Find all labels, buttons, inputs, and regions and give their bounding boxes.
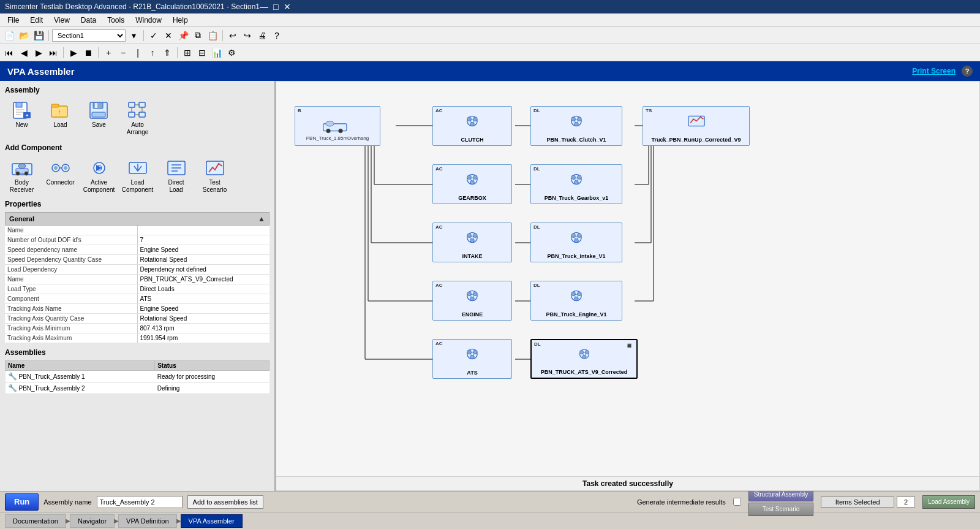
load-assembly-btn[interactable]: Load Assembly — [922, 495, 975, 509]
dropdown-btn[interactable]: ▾ — [127, 29, 140, 42]
copy-btn[interactable]: ⧉ — [191, 29, 205, 42]
menu-window[interactable]: Window — [130, 15, 167, 26]
node-DL5-label: DL — [534, 341, 541, 347]
nav-tab-vpa-definition[interactable]: VPA Definition — [118, 514, 177, 528]
prop-name2-value: PBN_TRUCK_ATS_V9_Corrected — [137, 275, 270, 284]
nav-tab-documentation-label: Documentation — [13, 517, 58, 525]
node-AC-CLUTCH[interactable]: AC CLUTCH — [432, 106, 512, 146]
properties-general-header[interactable]: General ▲ — [5, 212, 270, 226]
menu-data[interactable]: Data — [76, 15, 101, 26]
nav-tab-vpa-assembler[interactable]: VPA Assembler — [181, 514, 243, 528]
print-btn[interactable]: 🖨 — [255, 29, 269, 42]
t2-cursor2-btn[interactable]: ⇑ — [160, 46, 174, 59]
help-btn[interactable]: ? — [270, 29, 284, 42]
add-to-list-button[interactable]: Add to assemblies list — [187, 495, 263, 509]
prop-component-value: ATS — [137, 294, 270, 304]
prop-load-dep-value: Dependency not defined — [137, 265, 270, 275]
help-icon[interactable]: ? — [962, 66, 973, 77]
t2-pipe-btn[interactable]: | — [131, 46, 145, 59]
node-AC-ENGINE[interactable]: AC ENGINE — [432, 281, 512, 321]
node-B[interactable]: B PBN_Truck_1.85mOverhang — [295, 106, 380, 146]
menu-view[interactable]: View — [49, 15, 75, 26]
close-btn[interactable]: ✕ — [284, 2, 291, 12]
properties-collapse-btn[interactable]: ▲ — [258, 215, 265, 223]
svg-text:↑: ↑ — [58, 108, 61, 115]
t2-chart-btn[interactable]: 📊 — [210, 46, 224, 59]
canvas-area[interactable]: B PBN_Truck_1.85mOverhang AC CLUTCH — [276, 81, 980, 491]
properties-table: Name Number of Output DOF id's 7 Speed d… — [5, 226, 270, 343]
menubar: File Edit View Data Tools Window Help — [0, 13, 980, 27]
new-button[interactable]: + New — [5, 98, 39, 137]
node-DL4[interactable]: DL PBN_Truck_Engine_V1 — [530, 281, 622, 321]
assembly-name-input[interactable] — [97, 496, 183, 508]
t2-cursor-btn[interactable]: ↑ — [146, 46, 159, 59]
open-btn[interactable]: 📂 — [17, 29, 31, 42]
body-receiver-button[interactable]: Body Receiver — [5, 156, 39, 195]
assembly-row-2[interactable]: 🔧PBN_Truck_Assembly 2 Defining — [6, 382, 270, 394]
t2-btn1[interactable]: ⏮ — [2, 46, 16, 59]
x-btn[interactable]: ✕ — [162, 29, 175, 42]
t2-settings-btn[interactable]: ⚙ — [225, 46, 238, 59]
new-icon: + — [10, 99, 34, 121]
assembly-row-1[interactable]: 🔧PBN_Truck_Assembly 1 Ready for processi… — [6, 371, 270, 382]
t2-plus-btn[interactable]: + — [102, 46, 115, 59]
node-DL1[interactable]: DL PBN_Truck_Clutch_V1 — [530, 106, 622, 146]
node-DL5-indicator: ◾ — [625, 341, 634, 350]
test-scenario-run-btn[interactable]: Test Scenario — [748, 503, 813, 516]
run-button[interactable]: Run — [5, 493, 39, 511]
menu-help[interactable]: Help — [168, 15, 193, 26]
node-DL3-label: DL — [533, 224, 540, 230]
t2-grid-btn[interactable]: ⊞ — [181, 46, 194, 59]
active-component-button[interactable]: Active Component — [82, 156, 116, 195]
pin-btn[interactable]: 📌 — [176, 29, 190, 42]
t2-table-btn[interactable]: ⊟ — [195, 46, 209, 59]
prop-component-label: Component — [5, 294, 137, 304]
node-AC-INTAKE[interactable]: AC INTAKE — [432, 223, 512, 262]
auto-arrange-button[interactable]: Auto Arrange — [121, 98, 154, 137]
svg-point-112 — [575, 294, 578, 297]
nav-tab-navigator[interactable]: Navigator — [70, 514, 115, 528]
save-assembly-button[interactable]: Save — [82, 98, 116, 137]
t2-minus-btn[interactable]: − — [116, 46, 130, 59]
connections-svg — [276, 82, 979, 490]
node-DL2[interactable]: DL PBN_Truck_Gearbox_v1 — [530, 164, 622, 204]
save-btn[interactable]: 💾 — [32, 29, 45, 42]
prop-row-speed-qty: Speed Dependency Quantity Case Rotationa… — [5, 255, 270, 265]
test-scenario-button[interactable]: Test Scenario — [198, 156, 232, 195]
t2-btn2[interactable]: ◀ — [17, 46, 31, 59]
prop-row-track-max: Tracking Axis Maximum 1991.954 rpm — [5, 333, 270, 343]
generate-checkbox[interactable] — [733, 498, 741, 506]
prop-row-name: Name — [5, 226, 270, 235]
prop-row-track-qty: Tracking Axis Quantity Case Rotational S… — [5, 314, 270, 324]
prop-dof-label: Number of Output DOF id's — [5, 235, 137, 245]
t2-stop-btn[interactable]: ⏹ — [81, 46, 95, 59]
load-button[interactable]: ↑ Load — [43, 98, 77, 137]
undo-btn[interactable]: ↩ — [226, 29, 239, 42]
redo-btn[interactable]: ↪ — [241, 29, 254, 42]
titlebar-controls[interactable]: — □ ✕ — [260, 2, 290, 12]
menu-edit[interactable]: Edit — [25, 15, 48, 26]
t2-btn4[interactable]: ⏭ — [47, 46, 60, 59]
section-selector[interactable]: Section1 — [52, 29, 126, 42]
toolbar2: ⏮ ◀ ▶ ⏭ ▶ ⏹ + − | ↑ ⇑ ⊞ ⊟ 📊 ⚙ — [0, 44, 980, 61]
node-DL5-selected[interactable]: DL ◾ PBN_TRUCK_ATS_V9_Corrected — [530, 339, 638, 379]
menu-tools[interactable]: Tools — [102, 15, 129, 26]
svg-point-69 — [326, 121, 334, 126]
t2-run-btn[interactable]: ▶ — [67, 46, 80, 59]
node-AC-GEARBOX[interactable]: AC GEARBOX — [432, 164, 512, 204]
t2-btn3[interactable]: ▶ — [32, 46, 45, 59]
node-TS[interactable]: TS Truck_PBN_RunUp_Corrected_V9 — [643, 106, 750, 146]
new-doc-btn[interactable]: 📄 — [2, 29, 16, 42]
check-btn[interactable]: ✓ — [147, 29, 160, 42]
print-screen-link[interactable]: Print Screen — [912, 67, 956, 75]
restore-btn[interactable]: □ — [273, 2, 278, 12]
connector-button[interactable]: Connector — [43, 156, 77, 195]
minimize-btn[interactable]: — — [260, 2, 268, 12]
direct-load-button[interactable]: Direct Load — [159, 156, 193, 195]
menu-file[interactable]: File — [2, 15, 24, 26]
paste-btn[interactable]: 📋 — [206, 29, 219, 42]
nav-tab-documentation[interactable]: Documentation — [5, 514, 66, 528]
load-component-button[interactable]: Load Component — [121, 156, 154, 195]
node-AC-ATS[interactable]: AC ATS — [432, 339, 512, 379]
node-DL3[interactable]: DL PBN_Truck_Intake_V1 — [530, 223, 622, 262]
